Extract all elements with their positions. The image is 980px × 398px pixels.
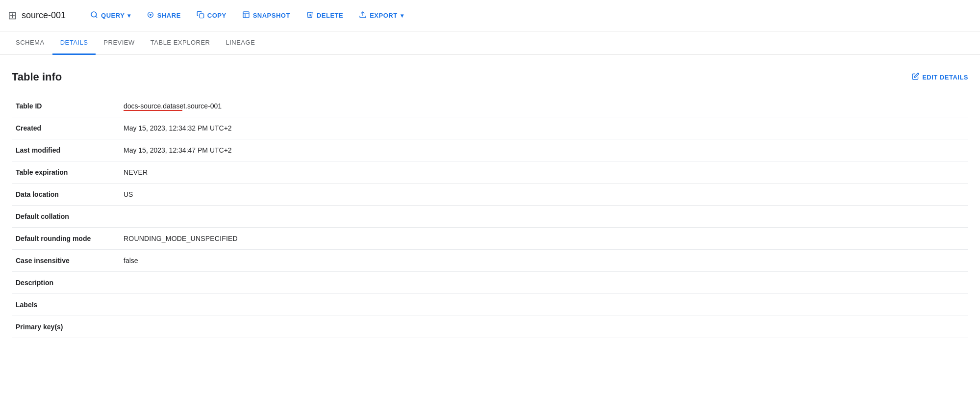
export-chevron-icon: ▾	[401, 12, 404, 19]
field-label-table-expiration: Table expiration	[12, 161, 120, 184]
field-label-case-insensitive: Case insensitive	[12, 250, 120, 272]
field-value-table-id: docs-source.dataset.source-001	[120, 95, 968, 117]
query-chevron-icon: ▾	[127, 12, 131, 19]
table-row: Description	[12, 272, 968, 294]
export-icon	[359, 11, 367, 21]
tab-schema[interactable]: SCHEMA	[8, 31, 52, 55]
field-label-default-collation: Default collation	[12, 206, 120, 228]
field-label-primary-keys: Primary key(s)	[12, 316, 120, 338]
tab-preview[interactable]: PREVIEW	[96, 31, 142, 55]
table-info-table: Table ID docs-source.dataset.source-001 …	[12, 95, 968, 338]
field-label-table-id: Table ID	[12, 95, 120, 117]
svg-rect-2	[200, 14, 204, 18]
table-row: Data location US	[12, 184, 968, 206]
query-button[interactable]: QUERY ▾	[83, 7, 138, 25]
copy-button[interactable]: COPY	[190, 7, 233, 25]
share-icon	[147, 11, 154, 21]
svg-point-0	[91, 12, 97, 17]
field-value-table-expiration: NEVER	[120, 161, 968, 184]
table-row: Created May 15, 2023, 12:34:32 PM UTC+2	[12, 117, 968, 139]
field-value-default-rounding-mode: ROUNDING_MODE_UNSPECIFIED	[120, 228, 968, 250]
tab-details[interactable]: DETAILS	[52, 31, 96, 55]
field-value-case-insensitive: false	[120, 250, 968, 272]
share-button[interactable]: SHARE	[140, 7, 188, 25]
edit-details-button[interactable]: EDIT DETAILS	[912, 73, 968, 81]
field-value-default-collation	[120, 206, 968, 228]
table-row: Default rounding mode ROUNDING_MODE_UNSP…	[12, 228, 968, 250]
delete-icon	[306, 11, 314, 21]
toolbar: ⊞ source-001 QUERY ▾ SHARE COPY	[0, 0, 980, 31]
table-row: Table ID docs-source.dataset.source-001	[12, 95, 968, 117]
table-id-value: docs-source.dataset.source-001	[124, 102, 222, 110]
field-value-last-modified: May 15, 2023, 12:34:47 PM UTC+2	[120, 139, 968, 161]
table-row: Primary key(s)	[12, 316, 968, 338]
snapshot-icon	[242, 11, 250, 21]
svg-line-1	[96, 16, 97, 18]
field-value-data-location: US	[120, 184, 968, 206]
field-label-labels: Labels	[12, 294, 120, 316]
table-row: Labels	[12, 294, 968, 316]
tab-lineage[interactable]: LINEAGE	[218, 31, 263, 55]
edit-pencil-icon	[912, 73, 919, 81]
field-label-data-location: Data location	[12, 184, 120, 206]
field-label-last-modified: Last modified	[12, 139, 120, 161]
toolbar-title-area: ⊞ source-001	[8, 9, 66, 22]
query-icon	[90, 11, 98, 21]
field-label-default-rounding-mode: Default rounding mode	[12, 228, 120, 250]
main-content: Table info EDIT DETAILS Table ID docs-so…	[0, 55, 980, 354]
field-value-created: May 15, 2023, 12:34:32 PM UTC+2	[120, 117, 968, 139]
field-label-created: Created	[12, 117, 120, 139]
field-value-labels	[120, 294, 968, 316]
table-row: Last modified May 15, 2023, 12:34:47 PM …	[12, 139, 968, 161]
field-value-description	[120, 272, 968, 294]
export-button[interactable]: EXPORT ▾	[352, 7, 410, 25]
table-row: Case insensitive false	[12, 250, 968, 272]
field-label-description: Description	[12, 272, 120, 294]
field-value-primary-keys	[120, 316, 968, 338]
table-grid-icon: ⊞	[8, 9, 17, 22]
toolbar-title: source-001	[22, 10, 66, 21]
section-header: Table info EDIT DETAILS	[12, 71, 968, 83]
table-row: Default collation	[12, 206, 968, 228]
tabs-bar: SCHEMA DETAILS PREVIEW TABLE EXPLORER LI…	[0, 31, 980, 55]
table-row: Table expiration NEVER	[12, 161, 968, 184]
section-title: Table info	[12, 71, 62, 83]
svg-rect-3	[243, 12, 249, 18]
delete-button[interactable]: DELETE	[299, 7, 350, 25]
tab-table-explorer[interactable]: TABLE EXPLORER	[143, 31, 218, 55]
snapshot-button[interactable]: SNAPSHOT	[235, 7, 297, 25]
copy-icon	[197, 11, 204, 21]
